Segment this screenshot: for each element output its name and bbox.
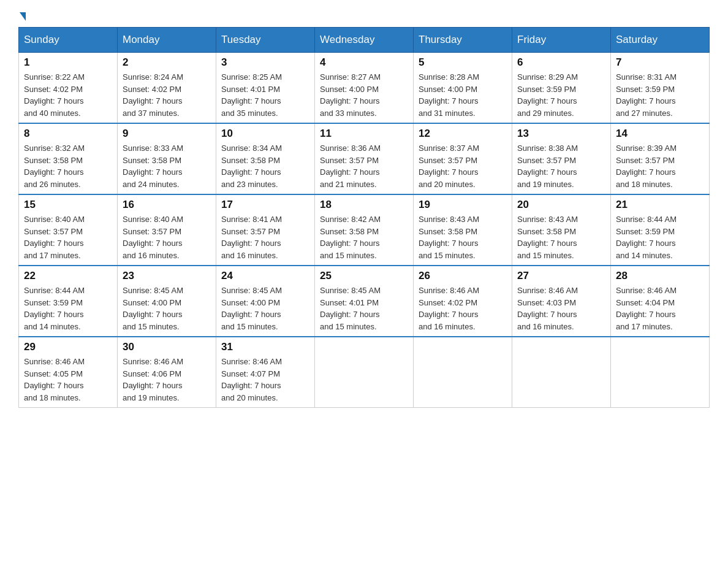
calendar-cell: 12Sunrise: 8:37 AMSunset: 3:57 PMDayligh…: [414, 123, 512, 194]
day-info: Sunrise: 8:34 AMSunset: 3:58 PMDaylight:…: [221, 142, 309, 190]
calendar-week-row: 22Sunrise: 8:44 AMSunset: 3:59 PMDayligh…: [19, 266, 710, 337]
day-info: Sunrise: 8:44 AMSunset: 3:59 PMDaylight:…: [616, 213, 704, 261]
day-info: Sunrise: 8:36 AMSunset: 3:57 PMDaylight:…: [320, 142, 408, 190]
day-number: 26: [419, 270, 507, 282]
day-info: Sunrise: 8:46 AMSunset: 4:07 PMDaylight:…: [221, 356, 309, 404]
day-number: 16: [123, 199, 211, 211]
day-number: 18: [320, 199, 408, 211]
calendar-cell: 21Sunrise: 8:44 AMSunset: 3:59 PMDayligh…: [611, 194, 710, 266]
calendar-cell: 14Sunrise: 8:39 AMSunset: 3:57 PMDayligh…: [611, 123, 710, 194]
calendar-cell: 23Sunrise: 8:45 AMSunset: 4:00 PMDayligh…: [118, 266, 216, 337]
day-number: 22: [24, 270, 112, 282]
day-number: 19: [419, 199, 507, 211]
calendar-cell: 5Sunrise: 8:28 AMSunset: 4:00 PMDaylight…: [414, 53, 512, 124]
day-number: 10: [221, 128, 309, 140]
calendar-cell: 7Sunrise: 8:31 AMSunset: 3:59 PMDaylight…: [611, 53, 710, 124]
logo: [18, 12, 26, 21]
calendar-header-wednesday: Wednesday: [315, 28, 414, 53]
day-info: Sunrise: 8:24 AMSunset: 4:02 PMDaylight:…: [123, 71, 211, 119]
calendar-cell: 31Sunrise: 8:46 AMSunset: 4:07 PMDayligh…: [216, 337, 315, 408]
day-number: 7: [616, 56, 704, 69]
calendar-cell: [512, 337, 611, 408]
day-number: 12: [419, 128, 507, 140]
calendar-cell: [611, 337, 710, 408]
calendar-cell: 6Sunrise: 8:29 AMSunset: 3:59 PMDaylight…: [512, 53, 611, 124]
calendar-week-row: 15Sunrise: 8:40 AMSunset: 3:57 PMDayligh…: [19, 194, 710, 266]
calendar-cell: 11Sunrise: 8:36 AMSunset: 3:57 PMDayligh…: [315, 123, 414, 194]
calendar-header-monday: Monday: [118, 28, 216, 53]
calendar-cell: 9Sunrise: 8:33 AMSunset: 3:58 PMDaylight…: [118, 123, 216, 194]
calendar-header-saturday: Saturday: [611, 28, 710, 53]
day-info: Sunrise: 8:39 AMSunset: 3:57 PMDaylight:…: [616, 142, 704, 190]
calendar-cell: 26Sunrise: 8:46 AMSunset: 4:02 PMDayligh…: [414, 266, 512, 337]
calendar-cell: 3Sunrise: 8:25 AMSunset: 4:01 PMDaylight…: [216, 53, 315, 124]
calendar-cell: 10Sunrise: 8:34 AMSunset: 3:58 PMDayligh…: [216, 123, 315, 194]
calendar-cell: 28Sunrise: 8:46 AMSunset: 4:04 PMDayligh…: [611, 266, 710, 337]
day-info: Sunrise: 8:46 AMSunset: 4:04 PMDaylight:…: [616, 285, 704, 332]
day-info: Sunrise: 8:33 AMSunset: 3:58 PMDaylight:…: [123, 142, 211, 190]
day-info: Sunrise: 8:44 AMSunset: 3:59 PMDaylight:…: [24, 285, 112, 332]
day-info: Sunrise: 8:40 AMSunset: 3:57 PMDaylight:…: [123, 213, 211, 261]
day-info: Sunrise: 8:46 AMSunset: 4:06 PMDaylight:…: [123, 356, 211, 404]
calendar-header-tuesday: Tuesday: [216, 28, 315, 53]
day-info: Sunrise: 8:46 AMSunset: 4:02 PMDaylight:…: [419, 285, 507, 332]
calendar-header-friday: Friday: [512, 28, 611, 53]
calendar-cell: 2Sunrise: 8:24 AMSunset: 4:02 PMDaylight…: [118, 53, 216, 124]
day-number: 5: [419, 56, 507, 69]
day-number: 8: [24, 128, 112, 140]
calendar-cell: 4Sunrise: 8:27 AMSunset: 4:00 PMDaylight…: [315, 53, 414, 124]
day-info: Sunrise: 8:46 AMSunset: 4:03 PMDaylight:…: [517, 285, 605, 332]
calendar-cell: 20Sunrise: 8:43 AMSunset: 3:58 PMDayligh…: [512, 194, 611, 266]
day-info: Sunrise: 8:38 AMSunset: 3:57 PMDaylight:…: [517, 142, 605, 190]
day-number: 24: [221, 270, 309, 282]
logo-arrow-icon: [20, 12, 26, 21]
day-info: Sunrise: 8:37 AMSunset: 3:57 PMDaylight:…: [419, 142, 507, 190]
day-info: Sunrise: 8:31 AMSunset: 3:59 PMDaylight:…: [616, 71, 704, 119]
day-number: 30: [123, 341, 211, 353]
calendar-cell: 17Sunrise: 8:41 AMSunset: 3:57 PMDayligh…: [216, 194, 315, 266]
day-info: Sunrise: 8:32 AMSunset: 3:58 PMDaylight:…: [24, 142, 112, 190]
day-info: Sunrise: 8:43 AMSunset: 3:58 PMDaylight:…: [419, 213, 507, 261]
calendar-header-sunday: Sunday: [19, 28, 118, 53]
day-number: 14: [616, 128, 704, 140]
calendar-cell: 1Sunrise: 8:22 AMSunset: 4:02 PMDaylight…: [19, 53, 118, 124]
day-number: 27: [517, 270, 605, 282]
day-number: 31: [221, 341, 309, 353]
day-info: Sunrise: 8:41 AMSunset: 3:57 PMDaylight:…: [221, 213, 309, 261]
day-number: 9: [123, 128, 211, 140]
calendar-week-row: 1Sunrise: 8:22 AMSunset: 4:02 PMDaylight…: [19, 53, 710, 124]
day-number: 21: [616, 199, 704, 211]
day-number: 11: [320, 128, 408, 140]
calendar-week-row: 29Sunrise: 8:46 AMSunset: 4:05 PMDayligh…: [19, 337, 710, 408]
calendar-cell: 8Sunrise: 8:32 AMSunset: 3:58 PMDaylight…: [19, 123, 118, 194]
day-number: 6: [517, 56, 605, 69]
calendar-cell: [414, 337, 512, 408]
page-header: [18, 12, 710, 21]
day-info: Sunrise: 8:40 AMSunset: 3:57 PMDaylight:…: [24, 213, 112, 261]
day-info: Sunrise: 8:29 AMSunset: 3:59 PMDaylight:…: [517, 71, 605, 119]
calendar-header-row: SundayMondayTuesdayWednesdayThursdayFrid…: [19, 28, 710, 53]
day-info: Sunrise: 8:28 AMSunset: 4:00 PMDaylight:…: [419, 71, 507, 119]
calendar-cell: 16Sunrise: 8:40 AMSunset: 3:57 PMDayligh…: [118, 194, 216, 266]
day-info: Sunrise: 8:42 AMSunset: 3:58 PMDaylight:…: [320, 213, 408, 261]
day-info: Sunrise: 8:43 AMSunset: 3:58 PMDaylight:…: [517, 213, 605, 261]
calendar-table: SundayMondayTuesdayWednesdayThursdayFrid…: [18, 27, 710, 408]
calendar-cell: 24Sunrise: 8:45 AMSunset: 4:00 PMDayligh…: [216, 266, 315, 337]
calendar-cell: 27Sunrise: 8:46 AMSunset: 4:03 PMDayligh…: [512, 266, 611, 337]
calendar-cell: 25Sunrise: 8:45 AMSunset: 4:01 PMDayligh…: [315, 266, 414, 337]
calendar-cell: 19Sunrise: 8:43 AMSunset: 3:58 PMDayligh…: [414, 194, 512, 266]
day-number: 13: [517, 128, 605, 140]
day-number: 17: [221, 199, 309, 211]
calendar-cell: 22Sunrise: 8:44 AMSunset: 3:59 PMDayligh…: [19, 266, 118, 337]
calendar-cell: 15Sunrise: 8:40 AMSunset: 3:57 PMDayligh…: [19, 194, 118, 266]
day-number: 4: [320, 56, 408, 69]
day-number: 2: [123, 56, 211, 69]
day-number: 29: [24, 341, 112, 353]
day-info: Sunrise: 8:45 AMSunset: 4:01 PMDaylight:…: [320, 285, 408, 332]
day-number: 3: [221, 56, 309, 69]
calendar-cell: 30Sunrise: 8:46 AMSunset: 4:06 PMDayligh…: [118, 337, 216, 408]
day-number: 1: [24, 56, 112, 69]
day-number: 28: [616, 270, 704, 282]
day-info: Sunrise: 8:45 AMSunset: 4:00 PMDaylight:…: [221, 285, 309, 332]
calendar-week-row: 8Sunrise: 8:32 AMSunset: 3:58 PMDaylight…: [19, 123, 710, 194]
